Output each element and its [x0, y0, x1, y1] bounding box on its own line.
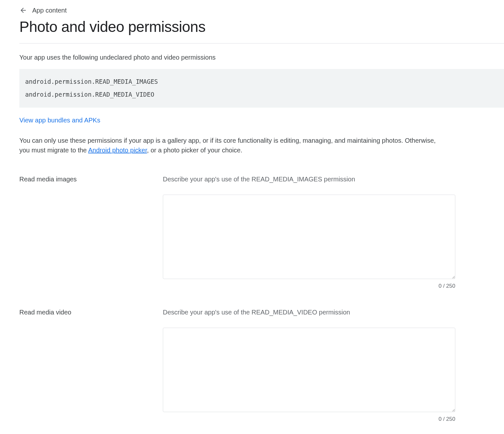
read-media-images-label: Read media images: [19, 176, 163, 183]
intro-text: Your app uses the following undeclared p…: [19, 54, 504, 61]
description-suffix: , or a photo picker of your choice.: [147, 147, 242, 154]
read-media-images-counter: 0 / 250: [163, 283, 455, 289]
read-media-images-description: Describe your app's use of the READ_MEDI…: [163, 176, 455, 183]
read-media-video-description: Describe your app's use of the READ_MEDI…: [163, 309, 455, 316]
read-media-images-textarea[interactable]: [163, 195, 455, 279]
breadcrumb-label[interactable]: App content: [32, 7, 67, 14]
permissions-code-block: android.permission.READ_MEDIA_IMAGES and…: [19, 69, 504, 108]
view-bundles-link[interactable]: View app bundles and APKs: [19, 117, 100, 124]
page-title: Photo and video permissions: [19, 18, 504, 35]
divider: [19, 43, 504, 43]
read-media-video-counter: 0 / 250: [163, 416, 455, 422]
read-media-video-section: Read media video Describe your app's use…: [19, 309, 504, 422]
back-arrow-icon[interactable]: [19, 6, 27, 14]
breadcrumb: App content: [19, 6, 504, 14]
read-media-video-label: Read media video: [19, 309, 163, 316]
read-media-images-section: Read media images Describe your app's us…: [19, 176, 504, 289]
android-photo-picker-link[interactable]: Android photo picker: [88, 147, 147, 154]
description-text: You can only use these permissions if yo…: [19, 136, 439, 155]
read-media-video-textarea[interactable]: [163, 328, 455, 412]
